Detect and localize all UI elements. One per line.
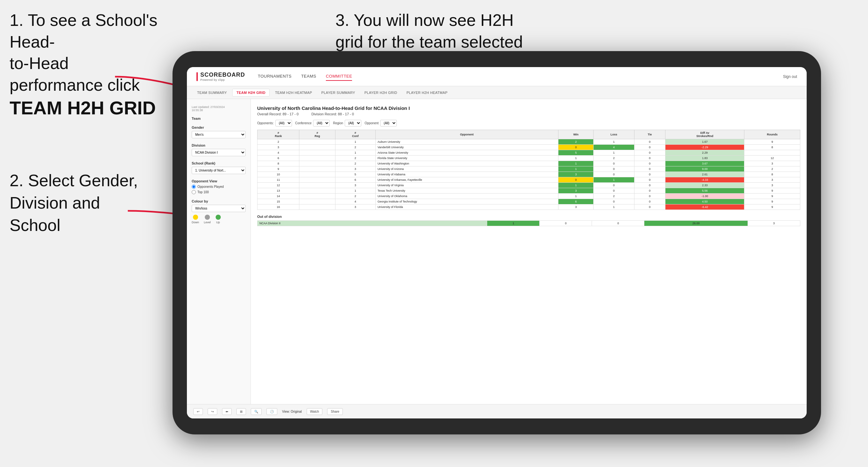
col-diff: Diff AvStrokes/Rnd	[665, 130, 744, 139]
opponent-played-label: Opponents Played	[197, 185, 224, 188]
table-row: 14 2 University of Oklahoma 1 2 0 -1.00 …	[257, 193, 800, 199]
cell-opponent: Auburn University	[375, 139, 558, 145]
nav-tournaments[interactable]: TOURNAMENTS	[258, 72, 292, 81]
clock-button[interactable]: 🕐	[267, 408, 277, 415]
subnav-team-summary[interactable]: TEAM SUMMARY	[193, 89, 231, 96]
cell-diff: 1.67	[665, 139, 744, 145]
filter-region: Region (All)	[333, 120, 361, 126]
region-select[interactable]: (All)	[345, 120, 361, 126]
zoom-button[interactable]: 🔍	[251, 408, 261, 415]
cell-reg	[299, 188, 336, 193]
cell-rank: 9	[257, 166, 299, 172]
cell-opponent: Arizona State University	[375, 150, 558, 156]
table-row: 3 2 Vanderbilt University 0 4 0 -2.29 8	[257, 145, 800, 150]
share-button[interactable]: Share	[327, 408, 343, 415]
cell-win: 1	[558, 156, 593, 161]
cell-loss: 0	[594, 183, 634, 188]
cell-reg	[299, 156, 336, 161]
sign-out-button[interactable]: Sign out	[783, 74, 797, 79]
cell-rounds: 9	[744, 193, 800, 199]
colour-label: Colour by	[192, 199, 246, 203]
dot-up: Up	[216, 215, 221, 224]
table-row: 13 1 Texas Tech University 3 0 0 5.56 9	[257, 188, 800, 193]
division-select[interactable]: NCAA Division I	[192, 149, 246, 156]
nav-committee[interactable]: COMMITTEE	[326, 72, 352, 81]
cell-win: 1	[558, 166, 593, 172]
cell-conf: 5	[335, 172, 375, 177]
subnav-team-h2h-heatmap[interactable]: TEAM H2H HEATMAP	[271, 89, 316, 96]
cell-tie: 0	[634, 205, 665, 210]
logo-text: SCOREBOARD	[200, 71, 245, 78]
app-header: SCOREBOARD Powered by clipp TOURNAMENTS …	[187, 67, 807, 86]
opponent-view-label: Opponent View	[192, 179, 246, 183]
sidebar-colour-section: Colour by Win/loss Down Level	[192, 199, 246, 224]
sidebar-division-section: Division NCAA Division I	[192, 144, 246, 156]
cell-reg	[299, 205, 336, 210]
cell-tie: 0	[634, 139, 665, 145]
cell-opponent: University of Florida	[375, 205, 558, 210]
filter-conference: Conference (All)	[295, 120, 330, 126]
conference-select[interactable]: (All)	[313, 120, 330, 126]
cell-tie: 0	[634, 161, 665, 166]
top100-label: Top 100	[197, 190, 209, 194]
cell-diff: -1.00	[665, 193, 744, 199]
cell-conf: 3	[335, 166, 375, 172]
col-tie: Tie	[634, 130, 665, 139]
cell-tie: 0	[634, 183, 665, 188]
cell-win: 3	[558, 188, 593, 193]
radio-opponents-played[interactable]: Opponents Played	[192, 185, 246, 189]
fit-button[interactable]: ⊞	[237, 408, 246, 415]
table-row: 12 3 University of Virginia 1 0 0 2.33 3	[257, 183, 800, 188]
radio-top100[interactable]: Top 100	[192, 190, 246, 194]
h2h-records: Overall Record: 89 - 17 - 0 Division Rec…	[257, 112, 800, 116]
odd-label: NCAA Division II	[257, 221, 487, 226]
opponent-select[interactable]: (All)	[380, 120, 397, 126]
step2-line1: 2. Select Gender,	[9, 171, 138, 190]
table-header-row: #Rank #Reg #Conf Opponent Win Loss Tie D…	[257, 130, 800, 139]
table-row: 6 2 Florida State University 1 2 0 1.83 …	[257, 156, 800, 161]
nav-teams[interactable]: TEAMS	[301, 72, 316, 81]
overall-record: Overall Record: 89 - 17 - 0	[257, 112, 299, 116]
dot-level-label: Level	[204, 221, 211, 224]
cell-opponent: University of Oklahoma	[375, 193, 558, 199]
cell-rank: 13	[257, 188, 299, 193]
cell-reg	[299, 166, 336, 172]
cell-rounds: 2	[744, 166, 800, 172]
cell-rank: 15	[257, 199, 299, 205]
cell-conf: 2	[335, 156, 375, 161]
h2h-title: University of North Carolina Head-to-Hea…	[257, 105, 800, 111]
odd-rounds: 3	[748, 221, 800, 226]
cell-opponent: University of Arizona	[375, 166, 558, 172]
logo: SCOREBOARD Powered by clipp	[200, 71, 245, 82]
subnav-player-h2h-grid[interactable]: PLAYER H2H GRID	[361, 89, 401, 96]
cell-tie: 0	[634, 193, 665, 199]
step2-line2: Division and	[9, 193, 100, 212]
cell-rank: 16	[257, 205, 299, 210]
timestamp: Last Updated: 27/03/202416:55:38	[192, 105, 246, 112]
subnav-team-h2h-grid[interactable]: TEAM H2H GRID	[232, 89, 270, 96]
filter-opponents: Opponents: (All)	[257, 120, 292, 126]
table-body: 2 1 Auburn University 2 1 0 1.67 9 3 2 V…	[257, 139, 800, 210]
data-panel: University of North Carolina Head-to-Hea…	[251, 99, 807, 404]
table-row: 10 5 University of Alabama 3 0 0 2.61 8	[257, 172, 800, 177]
opponents-select[interactable]: (All)	[275, 120, 292, 126]
step1-line2: to-Head performance click	[9, 54, 140, 94]
nav-back-button[interactable]: ⬅	[222, 408, 231, 415]
cell-reg	[299, 177, 336, 183]
region-label: Region	[333, 121, 343, 125]
redo-button[interactable]: ↪	[208, 408, 217, 415]
step3-line1: 3. You will now see H2H	[336, 11, 514, 29]
cell-win: 1	[558, 183, 593, 188]
logo-sub: Powered by clipp	[200, 78, 245, 82]
cell-conf: 2	[335, 193, 375, 199]
undo-button[interactable]: ↩	[193, 408, 203, 415]
subnav-player-summary[interactable]: PLAYER SUMMARY	[317, 89, 359, 96]
school-select[interactable]: 1. University of Nort...	[192, 167, 246, 174]
subnav-player-h2h-heatmap[interactable]: PLAYER H2H HEATMAP	[403, 89, 451, 96]
watch-button[interactable]: Watch	[307, 408, 323, 415]
cell-rounds: 9	[744, 139, 800, 145]
cell-win: 1	[558, 161, 593, 166]
gender-select[interactable]: Men's	[192, 131, 246, 138]
colour-select[interactable]: Win/loss	[192, 205, 246, 212]
out-of-division-row: NCAA Division II 1 0 0 26.00 3	[257, 221, 800, 226]
